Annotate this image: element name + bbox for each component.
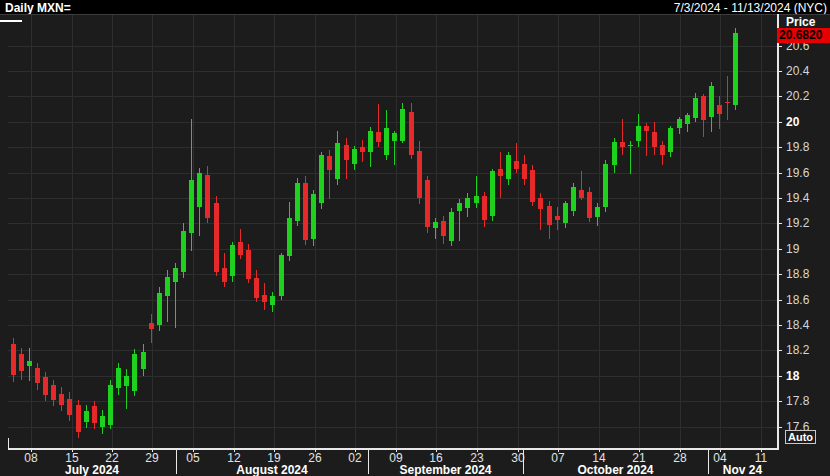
candle-body	[92, 406, 97, 423]
price-gridline	[8, 122, 777, 123]
price-tick-label: 19.4	[786, 191, 809, 205]
price-gridline	[8, 427, 777, 428]
candle-body	[67, 399, 72, 416]
candle-body	[725, 102, 730, 103]
candle-body	[514, 161, 519, 169]
candle-body	[165, 277, 170, 296]
candle-body	[132, 354, 137, 391]
x-axis-line	[8, 448, 779, 450]
candle-body	[352, 149, 357, 164]
candle-body	[701, 96, 706, 120]
candle-body	[319, 155, 324, 203]
candle-body	[51, 385, 56, 400]
candle-body	[506, 155, 511, 179]
candle-body	[287, 218, 292, 256]
candle-body	[709, 86, 714, 117]
date-gridline	[31, 14, 32, 448]
candle-body	[457, 203, 462, 211]
date-gridline	[396, 14, 397, 448]
candle-body	[124, 376, 129, 386]
candle-body	[409, 112, 414, 155]
candle-body	[717, 105, 722, 114]
candle-body	[417, 151, 422, 198]
candle-body	[628, 145, 633, 146]
candle-body	[311, 194, 316, 239]
candle-body	[376, 132, 381, 142]
candle-body	[498, 169, 503, 177]
date-gridline	[477, 14, 478, 448]
candle-body	[677, 119, 682, 128]
candle-body	[189, 180, 194, 233]
candle-body	[433, 222, 438, 228]
candle-body	[157, 293, 162, 325]
price-tick-label: 18	[786, 369, 799, 383]
candle-body	[214, 203, 219, 272]
date-gridline	[518, 14, 519, 448]
candle-body	[668, 128, 673, 152]
candle-body	[19, 354, 24, 371]
candle-body	[465, 198, 470, 208]
candle-body	[344, 145, 349, 160]
date-gridline	[599, 14, 600, 448]
month-label: July 2024	[22, 463, 162, 476]
date-gridline	[558, 14, 559, 448]
candle-body	[35, 368, 40, 383]
candle-body	[368, 131, 373, 153]
title-bar: Daily MXN= 7/3/2024 - 11/13/2024 (NYC)	[0, 0, 830, 14]
candle-body	[538, 198, 543, 209]
price-gridline	[8, 401, 777, 402]
candle-body	[620, 142, 625, 147]
date-gridline	[355, 14, 356, 448]
candle-body	[11, 344, 16, 375]
candle-body	[579, 190, 584, 198]
price-tick-label: 20.4	[786, 64, 809, 78]
candle-body	[603, 164, 608, 207]
candle-body	[279, 255, 284, 296]
month-separator	[176, 448, 177, 474]
candle-body	[474, 196, 479, 204]
price-tick-label: 19	[786, 242, 799, 256]
date-tick-label: 02	[343, 451, 367, 465]
candle-body	[360, 147, 365, 152]
candle-body	[238, 242, 243, 255]
month-separator	[523, 448, 524, 474]
price-gridline	[8, 223, 777, 224]
price-tick-label: 19.8	[786, 140, 809, 154]
candle-body	[295, 183, 300, 221]
candle-body	[652, 132, 657, 147]
price-tick-label: 19.2	[786, 216, 809, 230]
candle-body	[43, 377, 48, 395]
candle-body	[449, 212, 454, 241]
date-range-label: 7/3/2024 - 11/13/2024 (NYC)	[674, 1, 827, 15]
candle-body	[400, 109, 405, 141]
candle-body	[425, 180, 430, 227]
candle-body	[685, 115, 690, 124]
candle-body	[335, 143, 340, 179]
candle-body	[262, 295, 267, 303]
price-gridline	[8, 71, 777, 72]
plot-top-border	[0, 14, 830, 15]
candle-body	[587, 192, 592, 219]
price-gridline	[8, 300, 777, 301]
chart-plot-area[interactable]: 20.620.420.22019.819.619.419.21918.818.6…	[0, 0, 830, 476]
date-gridline	[639, 14, 640, 448]
month-label: August 2024	[202, 463, 342, 476]
chart-title: Daily MXN=	[5, 1, 71, 15]
candle-body	[108, 385, 113, 426]
title-underline	[0, 20, 22, 22]
candle-body	[636, 126, 641, 141]
month-label: September 2024	[376, 463, 516, 476]
month-label: Nov 24	[673, 463, 813, 476]
auto-scale-button[interactable]: Auto	[785, 430, 816, 444]
candle-body	[693, 98, 698, 118]
date-gridline	[436, 14, 437, 448]
price-tick-label: 18.6	[786, 293, 809, 307]
date-gridline	[761, 14, 762, 448]
candle-body	[197, 173, 202, 207]
candle-body	[76, 405, 81, 432]
candle-body	[59, 394, 64, 405]
last-price-badge: 20.6820	[777, 28, 830, 43]
price-tick-label: 18.8	[786, 267, 809, 281]
candle-wick	[622, 119, 623, 155]
month-label: October 2024	[546, 463, 686, 476]
